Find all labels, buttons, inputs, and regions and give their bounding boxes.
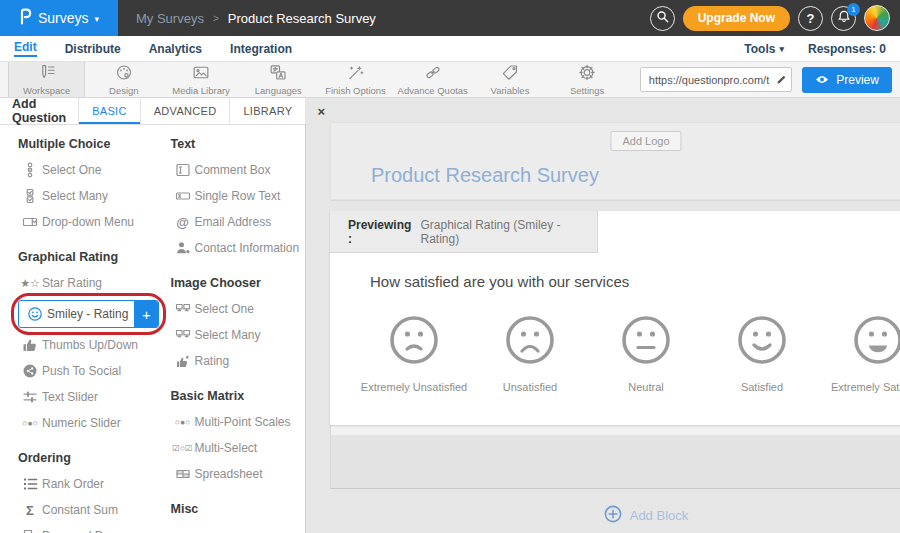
- smiley-option-extremely-unsatisfied[interactable]: Extremely Unsatisfied: [356, 314, 472, 393]
- smiley-frown-light-icon: [388, 314, 440, 370]
- search-button[interactable]: [650, 6, 675, 31]
- qtype-email-address[interactable]: @ Email Address: [171, 209, 306, 235]
- share-icon: [18, 363, 42, 379]
- qtype-smiley-rating[interactable]: Smiley - Rating +: [18, 296, 153, 332]
- tab-integration[interactable]: Integration: [216, 36, 306, 62]
- smiley-option-extremely-satisfied[interactable]: Extremely Satisfied: [820, 314, 900, 393]
- thumb-star-icon: [171, 353, 195, 369]
- survey-url-input[interactable]: [641, 68, 771, 91]
- smiley-option-satisfied[interactable]: Satisfied: [704, 314, 820, 393]
- tab-advanced[interactable]: ADVANCED: [140, 98, 230, 124]
- smiley-options-row: Extremely Unsatisfied Unsatisfied Neutra…: [330, 314, 900, 393]
- qtype-image-rating[interactable]: Rating: [171, 348, 306, 374]
- add-block-button[interactable]: Add Block: [330, 505, 900, 526]
- toolbar-languages[interactable]: Languages: [240, 62, 317, 97]
- image-icon: [191, 63, 211, 84]
- upgrade-now-button[interactable]: Upgrade Now: [683, 6, 790, 31]
- smiley-option-unsatisfied[interactable]: Unsatisfied: [472, 314, 588, 393]
- survey-url-field-group: [640, 67, 792, 92]
- tab-distribute[interactable]: Distribute: [51, 36, 135, 62]
- top-header-bar: Surveys ▾ My Surveys > Product Research …: [0, 0, 900, 36]
- qtype-drag-and-drop[interactable]: Drag and Drop: [18, 523, 153, 533]
- qtype-single-row-text[interactable]: Single Row Text: [171, 183, 306, 209]
- qtype-comment-box[interactable]: Comment Box: [171, 157, 306, 183]
- toolbar-variables[interactable]: Variables: [471, 62, 548, 97]
- tools-menu[interactable]: Tools ▾: [744, 42, 784, 56]
- thumb-icon: [18, 337, 42, 353]
- chain-icon: [423, 63, 443, 84]
- qtype-select-many[interactable]: Select Many: [18, 183, 153, 209]
- qtype-rank-order[interactable]: Rank Order: [18, 471, 153, 497]
- toolbar-settings[interactable]: Settings: [549, 62, 626, 97]
- qtype-push-to-social[interactable]: Push To Social: [18, 358, 153, 384]
- account-avatar[interactable]: [864, 5, 890, 31]
- tag-icon: [500, 63, 520, 84]
- qtype-multi-point-scales[interactable]: ○●○ Multi-Point Scales: [171, 409, 306, 435]
- breadcrumb-current-survey: Product Research Survey: [228, 11, 376, 26]
- qtype-thumbs-up-down[interactable]: Thumbs Up/Down: [18, 332, 153, 358]
- tab-library[interactable]: LIBRARY: [229, 98, 305, 124]
- section-graphical-rating: Graphical Rating ★☆ Star Rating Smiley -…: [18, 250, 153, 436]
- previewing-tab: Previewing : Graphical Rating (Smiley - …: [330, 211, 598, 253]
- add-logo-button[interactable]: Add Logo: [610, 131, 681, 151]
- checkbox-icon: [18, 188, 42, 204]
- comment-box-icon: [171, 162, 195, 178]
- workspace-icon: [37, 63, 57, 84]
- plus-icon: +: [142, 306, 151, 323]
- surveys-product-menu[interactable]: Surveys ▾: [0, 0, 118, 36]
- toolbar-advance-quotas[interactable]: Advance Quotas: [394, 62, 471, 97]
- section-ordering: Ordering Rank Order Σ Constant Sum: [18, 451, 153, 533]
- smiley-frown-icon: [504, 314, 556, 370]
- multi-point-icon: ○●○: [171, 417, 195, 427]
- edit-url-pencil-icon[interactable]: [771, 74, 791, 85]
- responses-count[interactable]: Responses: 0: [808, 42, 886, 56]
- toolbar-design[interactable]: Design: [85, 62, 162, 97]
- smiley-rating-selected-box[interactable]: Smiley - Rating +: [18, 300, 159, 328]
- toolbar-media-library[interactable]: Media Library: [162, 62, 239, 97]
- person-icon: [171, 240, 195, 256]
- qtype-select-one[interactable]: Select One: [18, 157, 153, 183]
- search-icon: [656, 10, 669, 26]
- breadcrumb: My Surveys > Product Research Survey: [136, 11, 376, 26]
- qtype-text-slider[interactable]: Text Slider: [18, 384, 153, 410]
- section-misc: Misc: [171, 502, 306, 516]
- smiley-smile-icon: [736, 314, 788, 370]
- qtype-image-select-one[interactable]: Select One: [171, 296, 306, 322]
- slider-icon: [18, 389, 42, 405]
- help-button[interactable]: ?: [798, 6, 823, 31]
- qtype-contact-information[interactable]: Contact Information: [171, 235, 306, 261]
- numeric-slider-icon: ○●○: [18, 418, 42, 428]
- multi-select-icon: ☑○☑: [171, 443, 195, 453]
- dropdown-icon: [18, 214, 42, 230]
- main-content-row: Add Question BASIC ADVANCED LIBRARY × Mu…: [0, 98, 900, 533]
- preview-button[interactable]: Preview: [802, 67, 892, 93]
- survey-title[interactable]: Product Research Survey: [371, 164, 599, 187]
- question-preview-card: Previewing : Graphical Rating (Smiley - …: [330, 211, 900, 425]
- drag-icon: [18, 528, 42, 533]
- qtype-numeric-slider[interactable]: ○●○ Numeric Slider: [18, 410, 153, 436]
- images-icon: [171, 301, 195, 317]
- notifications-button[interactable]: 1: [831, 6, 856, 31]
- gear-icon: [577, 63, 597, 84]
- single-row-icon: [171, 188, 195, 204]
- toolbar-finish-options[interactable]: Finish Options: [317, 62, 394, 97]
- tab-edit[interactable]: Edit: [0, 36, 51, 62]
- qtype-dropdown-menu[interactable]: Drop-down Menu: [18, 209, 153, 235]
- tab-analytics[interactable]: Analytics: [135, 36, 216, 62]
- add-smiley-question-button[interactable]: +: [134, 300, 158, 328]
- toolbar-workspace[interactable]: Workspace: [8, 62, 85, 97]
- smiley-icon: [23, 306, 47, 322]
- breadcrumb-my-surveys[interactable]: My Surveys: [136, 11, 204, 26]
- smiley-big-smile-icon: [852, 314, 900, 370]
- spreadsheet-icon: [171, 466, 195, 482]
- qtype-image-select-many[interactable]: Select Many: [171, 322, 306, 348]
- section-basic-matrix: Basic Matrix ○●○ Multi-Point Scales ☑○☑ …: [171, 389, 306, 487]
- qtype-spreadsheet[interactable]: Spreadsheet: [171, 461, 306, 487]
- question-text[interactable]: How satisfied are you with our services: [370, 273, 900, 290]
- smiley-option-neutral[interactable]: Neutral: [588, 314, 704, 393]
- tab-basic[interactable]: BASIC: [78, 98, 140, 124]
- qtype-star-rating[interactable]: ★☆ Star Rating: [18, 270, 153, 296]
- qtype-constant-sum[interactable]: Σ Constant Sum: [18, 497, 153, 523]
- survey-header-card: Add Logo Product Research Survey: [330, 122, 900, 200]
- qtype-multi-select[interactable]: ☑○☑ Multi-Select: [171, 435, 306, 461]
